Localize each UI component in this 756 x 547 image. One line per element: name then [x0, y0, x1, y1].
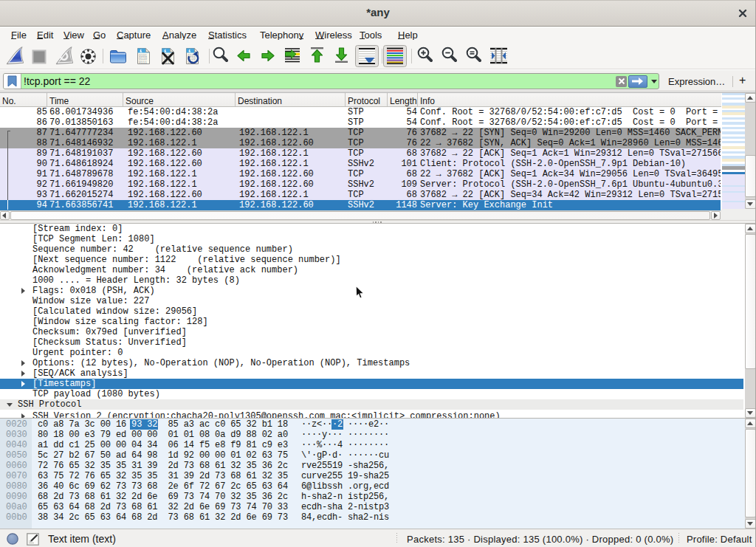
svg-text:0111: 0111 — [139, 61, 147, 64]
